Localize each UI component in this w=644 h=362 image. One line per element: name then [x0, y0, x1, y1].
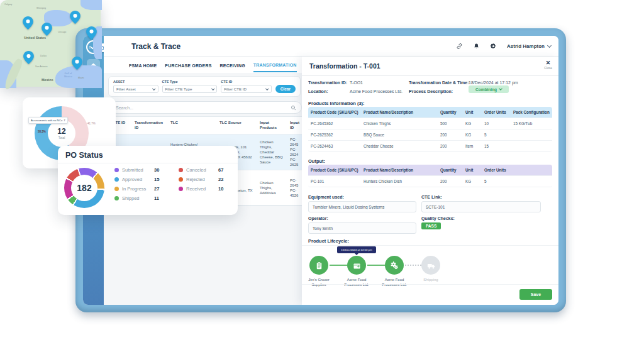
equipment-label: Equipment used: [308, 195, 344, 199]
products-info-label: Products Information (3): [308, 101, 365, 106]
equipment-input[interactable] [308, 201, 416, 212]
map-city-label: Dallas [40, 55, 47, 57]
lifecycle-step-label: Acme Food Processes Ltd. [374, 278, 414, 288]
map-city-label: Winnipeg [36, 7, 46, 9]
chevron-down-icon [152, 87, 155, 90]
table-row[interactable]: PC-2645362Chicken Thighs500KG1015 KG/Tub [308, 118, 552, 129]
chevron-down-icon [211, 87, 214, 90]
transformation-id-value: T-OO1 [350, 80, 363, 85]
products-table: Product Code (SKU/UPC) Product Name/Desc… [308, 107, 552, 152]
map-country-label: United States [24, 36, 46, 40]
filter-asset-label: ASSET [113, 80, 158, 84]
lifecycle-step-label: Shipping [411, 278, 451, 283]
clipboard-icon [314, 261, 324, 270]
datetime-label: Transformation Date & Time: [409, 80, 469, 85]
operator-label: Operator: [308, 216, 328, 221]
user-name: Astrid Hampton [507, 43, 545, 49]
map-water-label: Gulf of Mexico [64, 72, 72, 78]
filter-cte-type-label: CTE Type [162, 80, 218, 84]
truck-icon [426, 261, 436, 270]
legend-item: In Progress27 [114, 186, 159, 192]
save-button[interactable]: Save [519, 289, 552, 300]
map-city-label: Miami [78, 77, 84, 79]
tab-bar: FSMA HOME PURCHASE ORDERS RECEIVING TRAN… [104, 57, 302, 73]
lifecycle-step-receiving[interactable] [347, 256, 366, 275]
tab-purchase-orders[interactable]: PURCHASE ORDERS [165, 58, 211, 72]
output-table-header: Product Code (SKU/UPC) Product Name/Desc… [308, 165, 552, 175]
link-icon[interactable] [456, 41, 463, 52]
notifications-bell-icon[interactable] [473, 41, 480, 52]
legend-item: Submitted30 [114, 167, 159, 173]
datetime-value: 18/Dec/2024 at 17:12 pm [469, 80, 518, 85]
search-icon[interactable] [291, 102, 296, 113]
tab-receiving[interactable]: RECEIVING [220, 58, 245, 72]
lifecycle-step-shipping[interactable] [421, 256, 440, 275]
map-pin-icon[interactable] [72, 57, 82, 70]
table-row[interactable]: PC-2624463Cheddar Cheese200Item15 [308, 140, 552, 151]
map-pin-icon[interactable] [23, 16, 33, 30]
settings-gear-icon[interactable] [490, 41, 497, 52]
clear-filters-button[interactable]: Clear [275, 85, 296, 93]
map-pin-icon[interactable] [86, 26, 97, 40]
po-status-title: PO Status [65, 151, 103, 160]
quality-status-badge: PASS [421, 222, 441, 229]
legend-item: Approved15 [114, 177, 159, 182]
legend-dot [114, 187, 119, 191]
filter-cte-id-label: CTE ID [221, 80, 272, 84]
legend-dot [114, 177, 119, 182]
transformation-detail-panel: Transformation - T-001 ✕ Close Transform… [302, 57, 558, 305]
legend-dot [114, 196, 119, 200]
table-row[interactable]: PC-101Hunters Chicken Dish200KG5 [308, 175, 552, 187]
location-value: Acme Food Processes Ltd. [350, 89, 402, 94]
transformation-id-label: Transformation ID: [308, 80, 347, 85]
close-button[interactable]: ✕ Close [544, 60, 552, 70]
chart-tooltip: Assessments with no NCs: 7 [28, 117, 68, 124]
slice-percent-label: 58.3% [38, 130, 46, 133]
legend-item: Received10 [179, 186, 223, 192]
cte-table-header: CTE ID Transformation ID TLC TLC Source … [111, 117, 306, 134]
lifecycle-label: Product Lifecycle: [308, 238, 349, 244]
tab-transformation[interactable]: TRANSFORMATION [253, 58, 297, 72]
table-row[interactable]: PC-2625362BBQ Sauce200KG5 [308, 129, 552, 140]
page-title: Track & Trace [131, 42, 180, 51]
user-menu[interactable]: Astrid Hampton [507, 43, 551, 49]
cte-link-label: CTE Link: [421, 195, 442, 199]
lifecycle-step-transformation[interactable] [385, 256, 404, 275]
map-city-label: Calgary [4, 3, 12, 6]
filter-cte-id-select[interactable]: Filter CTE ID [221, 85, 272, 93]
filter-cte-type-select[interactable]: Filter CTE Type [162, 85, 218, 93]
lifecycle-tooltip: 15/Dec/2024 at 14:00 pm [337, 246, 376, 253]
products-table-header: Product Code (SKU/UPC) Product Name/Desc… [308, 107, 552, 118]
process-description-select[interactable]: Combining [469, 85, 509, 93]
chevron-down-icon [547, 43, 552, 48]
output-table: Product Code (SKU/UPC) Product Name/Desc… [308, 165, 552, 187]
process-description-label: Process Description: [409, 89, 453, 94]
legend-item: Shipped11 [114, 195, 159, 201]
assessments-total-label: Total [58, 136, 65, 140]
map-pin-icon[interactable] [23, 51, 34, 64]
tab-fsma-home[interactable]: FSMA HOME [129, 58, 157, 72]
chevron-down-icon [265, 87, 269, 90]
output-label: Output: [308, 158, 325, 164]
legend-item: Rejected22 [179, 177, 223, 182]
operator-input[interactable] [308, 222, 416, 234]
lifecycle-step-label: Acme Food Processes Ltd. [336, 278, 377, 288]
po-status-card: PO Status 182 Submitted30 Approved15 In … [58, 146, 238, 215]
search-bar [110, 101, 302, 114]
filter-asset-select[interactable]: Filter Asset [113, 85, 158, 93]
cte-link-input[interactable] [421, 201, 541, 212]
legend-item: Canceled67 [179, 167, 223, 173]
search-input[interactable] [116, 106, 273, 110]
assessments-total: 12 [57, 127, 65, 136]
legend-dot [179, 187, 183, 191]
legend-dot [179, 168, 183, 172]
po-total: 182 [77, 183, 91, 193]
lifecycle-step-supplier[interactable] [309, 256, 328, 275]
map-country-label: Mexico [42, 78, 53, 82]
map-pin-icon[interactable] [42, 23, 52, 36]
map-city-label: Chicago [58, 31, 66, 33]
lifecycle-step-label: Jim's Grocer Supplies [299, 278, 339, 288]
map-pin-icon[interactable] [70, 11, 80, 24]
filter-bar: ASSET Filter Asset CTE Type Filter CTE T… [108, 76, 301, 97]
panel-header: Transformation - T-001 ✕ Close [302, 57, 558, 76]
